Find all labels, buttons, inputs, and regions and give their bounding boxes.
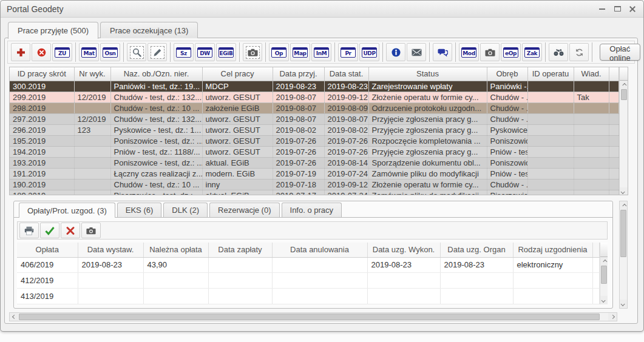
column-header-opłata[interactable]: Opłata xyxy=(17,243,78,257)
column-header-data-uzg-organ[interactable]: Data uzg. Organ xyxy=(440,243,513,257)
detail-tab-eks-6[interactable]: EKS (6) xyxy=(117,203,162,217)
table-row[interactable]: 297.201912/2019Chudów - test, dz.: 132..… xyxy=(10,113,619,124)
works-table-vscroll[interactable] xyxy=(619,67,628,195)
toolbar-pr-button[interactable]: Pr xyxy=(338,43,358,61)
column-header-data-zapłaty[interactable]: Data zapłaty xyxy=(208,243,272,257)
toolbar-camera-select-button[interactable] xyxy=(243,43,262,61)
toolbar-osn-button[interactable]: Osn xyxy=(100,43,120,61)
toolbar-inm-button[interactable]: InM xyxy=(311,43,331,61)
minimize-button[interactable] xyxy=(597,4,607,14)
detail-tab-dlk-2[interactable]: DLK (2) xyxy=(163,203,208,217)
cell: inny xyxy=(202,179,273,190)
table-row[interactable]: 190.2019Chudów - test, dz.: 10 ...inny20… xyxy=(10,179,619,190)
table-row[interactable]: 412/2019 xyxy=(17,273,600,289)
cell xyxy=(609,81,619,92)
table-row[interactable]: 300.2019Paniówki - test, dz.: 19...MDCP2… xyxy=(10,81,619,92)
scroll-thumb[interactable] xyxy=(19,314,600,320)
tab-prace-oczekujące-13[interactable]: Prace oczekujące (13) xyxy=(100,22,198,38)
scroll-down-arrow[interactable] xyxy=(620,300,627,308)
bottom-area-vscroll[interactable] xyxy=(619,201,628,309)
detail-toolbar-snapshot-button[interactable] xyxy=(81,223,101,238)
scroll-right-arrow[interactable] xyxy=(608,313,617,321)
title-bar[interactable]: Portal Geodety xyxy=(1,1,643,18)
column-header-należna-opłata[interactable]: Należna opłata xyxy=(143,243,208,257)
toolbar-cancel-work-button[interactable] xyxy=(32,43,51,61)
toolbar-info-button[interactable] xyxy=(386,43,405,61)
cell: 2019-07-24 xyxy=(324,190,368,195)
toolbar-map-button[interactable]: Map xyxy=(290,43,310,61)
cell: 406/2019 xyxy=(17,257,78,273)
toolbar-add-work-button[interactable] xyxy=(11,43,30,61)
cell: Zamównie pliku do modyfikacji xyxy=(368,168,487,179)
scroll-up-arrow[interactable] xyxy=(620,201,627,210)
column-header-data-anulowania[interactable]: Data anulowania xyxy=(272,243,367,257)
toolbar-udp-button[interactable]: UDP xyxy=(359,43,379,61)
main-hscroll[interactable] xyxy=(9,312,617,321)
pay-online-button[interactable]: Opłać online xyxy=(600,44,640,61)
toolbar-search-button[interactable] xyxy=(549,43,568,61)
close-icon xyxy=(629,5,636,13)
cell xyxy=(592,289,600,304)
fees-table-vscroll[interactable] xyxy=(600,243,608,304)
detail-tab-info-o-pracy[interactable]: Info. o pracy xyxy=(282,203,342,217)
table-row[interactable]: 298.2019Chudów - test, dz.: 10 ...założe… xyxy=(10,102,619,113)
detail-toolbar-print-button[interactable] xyxy=(19,223,39,238)
column-header-id-pracy-skrót[interactable]: ID pracy skrót xyxy=(10,67,74,81)
column-header-data-uzg-wykon[interactable]: Data uzg. Wykon. xyxy=(367,243,440,257)
table-row[interactable]: 299.201912/2019Chudów - test, dz.: 132..… xyxy=(10,92,619,102)
column-header-cel-pracy[interactable]: Cel pracy xyxy=(202,67,273,81)
table-row[interactable]: 406/20192019-08-2343,902019-08-232019-08… xyxy=(17,257,600,273)
scroll-thumb[interactable] xyxy=(601,266,607,284)
column-header-id-operatu[interactable]: ID operatu xyxy=(527,67,574,81)
scroll-thumb[interactable] xyxy=(621,89,627,100)
toolbar-select-edit-button[interactable] xyxy=(147,43,167,61)
toolbar-chat-button[interactable] xyxy=(433,43,452,61)
detail-tab-opłaty-prot-uzgod-3[interactable]: Opłaty/Prot. uzgod. (3) xyxy=(19,203,115,218)
toolbar-op-button[interactable]: Op xyxy=(269,43,289,61)
detail-toolbar-reject-button[interactable] xyxy=(61,223,80,238)
toolbar-mat-button[interactable]: Mat xyxy=(79,43,99,61)
scroll-down-arrow[interactable] xyxy=(620,187,628,195)
table-row[interactable]: 191.2019Łączny czas realizacji z...moder… xyxy=(10,168,619,179)
close-button[interactable] xyxy=(628,4,637,14)
sz-icon: Sz xyxy=(176,47,191,58)
column-header-nr-wyk[interactable]: Nr wyk. xyxy=(74,67,110,81)
toolbar-mod-button[interactable]: Mod xyxy=(459,43,479,61)
scroll-down-arrow[interactable] xyxy=(600,296,608,304)
toolbar-zu-button[interactable]: ZU xyxy=(52,43,72,61)
table-row[interactable]: 189.2019Pisarzowice - test, dz.: ...aktu… xyxy=(10,190,619,195)
table-row[interactable]: 194.2019Pniów - test, dz.: 1188/...utwor… xyxy=(10,146,619,157)
scroll-up-arrow[interactable] xyxy=(600,257,608,266)
table-row[interactable]: 193.2019Poniszowice - test, dz.: ...aktu… xyxy=(10,157,619,168)
scroll-up-arrow[interactable] xyxy=(620,81,628,89)
cell: elektroniczny xyxy=(513,257,592,273)
tab-prace-przyjęte-500[interactable]: Prace przyjęte (500) xyxy=(8,22,98,39)
toolbar-camera-button[interactable] xyxy=(480,43,500,61)
table-row[interactable]: 195.2019Poniszowice - test, dz.: ...utwo… xyxy=(10,135,619,146)
table-row[interactable]: 296.2019123Pyskowice - test, dz.: 1...ut… xyxy=(10,124,619,135)
cell: 2019-08-07 xyxy=(273,113,324,124)
column-header-naz-ob-ozn-nier[interactable]: Naz. ob./Ozn. nier. xyxy=(110,67,202,81)
scroll-left-arrow[interactable] xyxy=(10,313,18,321)
scroll-thumb[interactable] xyxy=(620,210,626,257)
toolbar-sz-button[interactable]: Sz xyxy=(174,43,194,61)
detail-toolbar-approve-button[interactable] xyxy=(40,223,59,238)
toolbar-mail-button[interactable] xyxy=(407,43,426,61)
maximize-button[interactable] xyxy=(612,4,622,14)
detail-tab-rezerwacje-0[interactable]: Rezerwacje (0) xyxy=(209,203,279,217)
column-header-status[interactable]: Status xyxy=(368,67,487,81)
column-header-data-wystaw[interactable]: Data wystaw. xyxy=(78,243,143,257)
column-header-obręb[interactable]: Obręb xyxy=(487,67,527,81)
toolbar-zak-button[interactable]: Zak xyxy=(522,43,542,61)
column-header-data-stat[interactable]: Data stat. xyxy=(324,67,368,81)
table-row[interactable]: 413/2019 xyxy=(17,289,600,304)
toolbar-eop-button[interactable]: eOp xyxy=(501,43,521,61)
toolbar-refresh-button[interactable] xyxy=(569,43,589,61)
column-header-data-przyj[interactable]: Data przyj. xyxy=(273,67,324,81)
toolbar-dw-button[interactable]: DW xyxy=(195,43,215,61)
column-header-rodzaj-uzgodnienia[interactable]: Rodzaj uzgodnienia xyxy=(513,243,592,257)
column-header-wiad[interactable]: Wiad. xyxy=(574,67,609,81)
toolbar-egib-button[interactable]: EGiB xyxy=(216,43,236,61)
cell: Paniówki - test, dz.: 19... xyxy=(110,81,202,92)
toolbar-select-zoom-button[interactable] xyxy=(127,43,146,61)
